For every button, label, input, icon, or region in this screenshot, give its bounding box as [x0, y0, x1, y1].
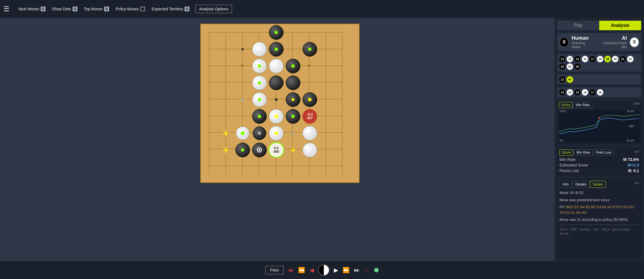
toolbar: ☰ Next Moves ✓ Show Dots ✓ Top Moves ✓ P…: [0, 0, 644, 18]
badge-25b[interactable]: 25: [574, 63, 581, 70]
chart-tab-score[interactable]: Score: [559, 102, 573, 108]
info-scroll-btn[interactable]: >>: [634, 181, 639, 185]
play-tab[interactable]: Play: [557, 21, 599, 30]
nav-prev-prev[interactable]: ⏪: [298, 267, 305, 273]
dot-e5: [275, 98, 278, 101]
badge-17b[interactable]: 17: [589, 56, 596, 62]
pv-moves[interactable]: BD2 E2 G4 B2 B3 C4 B1 A2 F3 F2 G2 G1 A3 …: [559, 205, 634, 215]
row-label-6: 6: [195, 88, 198, 94]
info-tab-notes[interactable]: Notes: [590, 181, 606, 188]
chart-label-0: 0%: [559, 139, 563, 142]
nav-prev-end[interactable]: ⏮: [288, 267, 294, 273]
badge-23b[interactable]: 23: [559, 63, 566, 70]
nav-prev[interactable]: ◀: [310, 267, 314, 273]
show-dots-toggle[interactable]: Show Dots ✓: [49, 5, 80, 13]
stone-d6: [252, 76, 267, 90]
top-moves-toggle[interactable]: Top Moves ✓: [81, 5, 112, 13]
policy-moves-label: Policy Moves: [116, 7, 139, 11]
white-player-name: AI: [599, 35, 627, 41]
chart-tab-winrate[interactable]: Win Rate: [573, 102, 592, 108]
badge-20w[interactable]: 20: [612, 56, 619, 62]
col-label-b: B: [231, 185, 235, 192]
col-label-h: H: [326, 185, 330, 192]
pv-label: PV:: [559, 205, 566, 209]
black-player-info: Human Teaching Game: [572, 35, 593, 49]
col-label-g: G: [310, 185, 314, 192]
black-player-sub: Teaching Game: [572, 41, 593, 49]
badge-13b3[interactable]: 13: [559, 76, 566, 83]
go-board[interactable]: -9.3 507: [200, 24, 360, 183]
stone-g2: [303, 143, 317, 157]
chart-tabs: Score Win Rate: [559, 102, 640, 108]
badge-17b2[interactable]: 17: [589, 89, 596, 96]
stone-d7: [252, 59, 267, 73]
badge-24w[interactable]: 24: [566, 63, 573, 70]
connection-indicator: [374, 268, 379, 272]
row-labels: 9 8 7 6 5 4 3 2 1: [195, 24, 200, 192]
analysis-options-button[interactable]: Analysis Options: [195, 5, 232, 13]
nav-next-end[interactable]: ⏭: [354, 267, 360, 273]
points-lost-label: Points Lost: [559, 168, 579, 173]
bottom-controls: Pass ⏮ ⏪ ◀ ▶ ⏩ ⏭ ↔: [0, 261, 644, 279]
svg-rect-27: [559, 110, 640, 142]
stone-e6: [269, 76, 284, 90]
badge-13b2[interactable]: 13: [574, 56, 581, 62]
next-moves-checkbox[interactable]: ✓: [41, 7, 45, 11]
board-container: 9 8 7 6 5 4 3 2 1: [0, 18, 554, 261]
col-label-j: J: [342, 185, 345, 192]
analysis-tab[interactable]: Analysis: [599, 21, 641, 30]
badge-16w2[interactable]: 16: [582, 89, 588, 96]
top-moves-checkbox[interactable]: ✓: [104, 7, 109, 11]
badge-21b[interactable]: 21: [619, 56, 626, 62]
stone-e4: [269, 109, 284, 124]
stone-g3: [303, 126, 317, 140]
badge-22w[interactable]: 22: [627, 56, 634, 62]
badge-13w2[interactable]: 13: [566, 89, 573, 96]
badge-13b5[interactable]: 13: [574, 89, 581, 96]
badge-19-active[interactable]: 19: [604, 56, 611, 62]
chart-scroll-btn[interactable]: >>>: [633, 101, 640, 106]
expected-territory-toggle[interactable]: Expected Territory ✓: [149, 5, 192, 13]
info-tab-info[interactable]: Info: [559, 181, 572, 188]
badge-13b[interactable]: 13: [559, 56, 566, 62]
col-label-c: C: [247, 185, 250, 192]
notes-textarea[interactable]: [559, 227, 639, 240]
points-lost-value: B: 0.1: [628, 168, 639, 173]
next-moves-toggle[interactable]: Next Moves ✓: [16, 5, 48, 13]
stone-d2: [252, 143, 267, 157]
pass-button[interactable]: Pass: [265, 266, 284, 274]
policy-moves-checkbox[interactable]: [140, 7, 145, 11]
badge-18w[interactable]: 18: [597, 56, 603, 62]
white-player-stone: 0: [630, 37, 639, 47]
stone-f6: [286, 76, 300, 90]
analysis-scroll-btn[interactable]: >>: [634, 149, 639, 154]
badge-16w[interactable]: 16: [582, 56, 588, 62]
nav-next-next[interactable]: ⏩: [343, 267, 350, 273]
right-panel: Play Analysis 0 Human Teaching Game AI C…: [554, 18, 644, 261]
info-tab-details[interactable]: Details: [572, 181, 590, 188]
policy-moves-toggle[interactable]: Policy Moves: [113, 5, 147, 13]
row-label-3: 3: [195, 138, 198, 144]
badge-13b4[interactable]: 13: [559, 89, 566, 96]
expected-territory-checkbox[interactable]: ✓: [185, 7, 189, 11]
nav-next[interactable]: ▶: [334, 267, 338, 273]
stone-color-toggle[interactable]: [318, 264, 329, 276]
yellow-cross-f2: [290, 147, 296, 153]
badge-18w2[interactable]: 18: [597, 89, 603, 96]
badge-13w[interactable]: 13: [566, 56, 573, 62]
badge-65[interactable]: 65: [566, 76, 573, 83]
col-label-a: A: [214, 185, 218, 192]
row-label-4: 4: [195, 121, 198, 128]
move-badges-row3: 13 13 13 16 17 18: [557, 87, 641, 97]
stone-g8: [303, 42, 317, 57]
chart-label-b20: B+20: [627, 110, 634, 113]
points-lost-row: Points Lost B: 0.1: [559, 168, 639, 174]
row-label-5: 5: [195, 104, 198, 111]
hamburger-menu[interactable]: ☰: [3, 5, 10, 13]
analysis-pointloss-tab[interactable]: Point Loss: [593, 149, 614, 156]
nav-branch[interactable]: ↔: [364, 267, 370, 273]
chart-label-w20: W+20: [627, 139, 634, 142]
show-dots-checkbox[interactable]: ✓: [73, 7, 77, 11]
analysis-score-tab[interactable]: Score: [559, 149, 573, 156]
analysis-winrate-tab[interactable]: Win Rate: [574, 149, 593, 156]
